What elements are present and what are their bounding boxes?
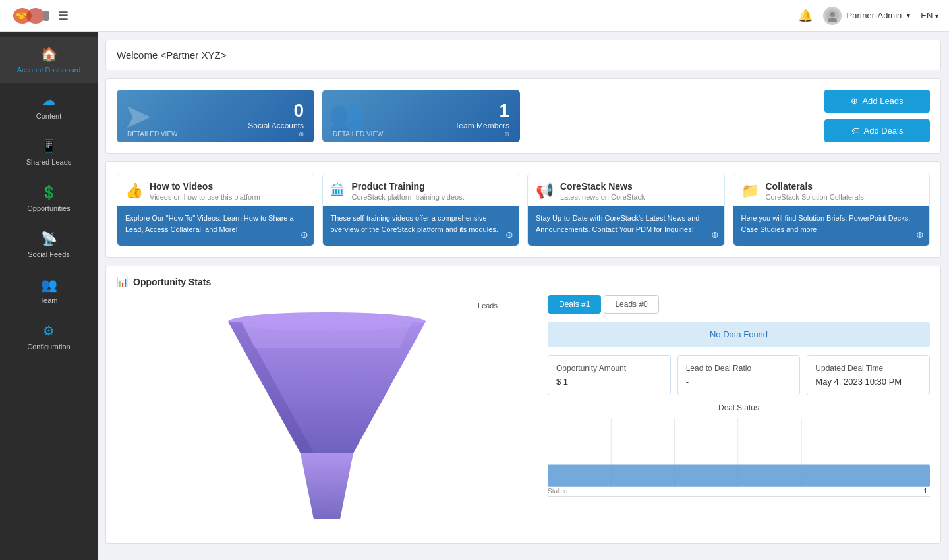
deal-status-title: Deal Status — [548, 403, 930, 412]
stalled-axis-label: Stalled — [548, 488, 568, 495]
grid-lines — [548, 418, 930, 496]
social-accounts-detailed-view: DETAILED VIEW — [127, 130, 178, 138]
sidebar-item-account-dashboard[interactable]: 🏠 Account Dashboard — [0, 37, 98, 83]
stats-row: ➤ 0 Social Accounts DETAILED VIEW ⊕ 👥 1 … — [105, 78, 941, 154]
home-icon: 🏠 — [41, 46, 57, 62]
pillar-icon: 🏛 — [331, 182, 345, 200]
add-leads-label: Add Leads — [862, 96, 903, 106]
product-training-body: These self-training videos offer a compr… — [323, 206, 519, 246]
team-members-footer: DETAILED VIEW ⊕ — [333, 130, 509, 138]
svg-rect-3 — [43, 11, 49, 21]
sidebar-label-social-feeds: Social Feeds — [28, 250, 70, 258]
collaterals-card[interactable]: 📁 Collaterals CoreStack Solution Collate… — [733, 173, 931, 246]
product-training-title: Product Training — [352, 181, 465, 192]
user-name-label: Partner-Admin — [847, 11, 902, 20]
main-content: Welcome <Partner XYZ> ➤ 0 Social Account… — [98, 32, 949, 560]
product-training-card[interactable]: 🏛 Product Training CoreStack platform tr… — [322, 173, 520, 246]
opportunity-amount-value: $ 1 — [556, 377, 662, 387]
how-to-videos-body: Explore Our "How To" Videos: Learn How t… — [117, 206, 314, 246]
opportunity-content: Leads — [117, 295, 930, 532]
corestack-news-subtitle: Latest news on CoreStack — [560, 193, 645, 201]
svg-text:🤝: 🤝 — [16, 11, 28, 22]
lead-deal-ratio-value: - — [686, 377, 792, 387]
updated-deal-time-card: Updated Deal Time May 4, 2023 10:30 PM — [807, 355, 930, 395]
opportunity-amount-label: Opportunity Amount — [556, 364, 662, 373]
sidebar-item-social-feeds[interactable]: 📡 Social Feeds — [0, 221, 98, 267]
lead-deal-ratio-label: Lead to Deal Ratio — [686, 364, 792, 373]
sidebar-label-account-dashboard: Account Dashboard — [17, 66, 81, 74]
sidebar-item-opportunities[interactable]: 💲 Opportunities — [0, 175, 98, 221]
notification-bell-icon[interactable]: 🔔 — [798, 9, 813, 23]
updated-deal-time-value: May 4, 2023 10:30 PM — [815, 377, 921, 387]
language-selector[interactable]: EN ▾ — [921, 11, 938, 20]
corestack-news-title: CoreStack News — [560, 181, 645, 192]
product-training-link-icon[interactable]: ⊕ — [505, 228, 513, 242]
collaterals-link-icon[interactable]: ⊕ — [916, 228, 924, 242]
social-accounts-label: Social Accounts — [127, 121, 304, 130]
stats-right: Deals #1 Leads #0 No Data Found Opportun — [548, 295, 930, 532]
team-members-detailed-view: DETAILED VIEW — [333, 130, 384, 138]
team-members-card[interactable]: 👥 1 Team Members DETAILED VIEW ⊕ — [322, 90, 520, 142]
bar-chart-icon: 📊 — [117, 277, 128, 287]
tab-leads[interactable]: Leads #0 — [604, 295, 658, 314]
hamburger-menu[interactable]: ☰ — [58, 9, 69, 23]
welcome-bar: Welcome <Partner XYZ> — [105, 40, 941, 70]
svg-point-1 — [26, 8, 45, 24]
sidebar-label-team: Team — [40, 296, 58, 304]
svg-rect-13 — [548, 464, 930, 486]
nav-right: 🔔 Partner-Admin ▾ EN ▾ — [798, 7, 939, 25]
sidebar-label-configuration: Configuration — [27, 343, 70, 350]
content-cards-row: 👍 How to Videos Videos on how to use thi… — [105, 161, 941, 258]
sidebar-item-configuration[interactable]: ⚙ Configuration — [0, 314, 98, 360]
action-buttons: ⊕ Add Leads 🏷 Add Deals — [824, 90, 930, 142]
how-to-videos-card[interactable]: 👍 How to Videos Videos on how to use thi… — [117, 173, 314, 246]
folder-icon: 📁 — [741, 182, 759, 200]
add-leads-icon: ⊕ — [851, 96, 858, 106]
nav-left: 🤝 ☰ — [11, 5, 69, 26]
tab-deals[interactable]: Deals #1 — [548, 295, 601, 314]
phone-icon: 📱 — [41, 138, 57, 154]
lead-deal-ratio-card: Lead to Deal Ratio - — [677, 355, 801, 395]
sidebar-item-shared-leads[interactable]: 📱 Shared Leads — [0, 129, 98, 175]
how-to-videos-subtitle: Videos on how to use this platform — [150, 193, 260, 201]
logo: 🤝 — [11, 5, 50, 26]
social-accounts-footer: DETAILED VIEW ⊕ — [127, 130, 304, 138]
tabs-row: Deals #1 Leads #0 — [548, 295, 930, 314]
product-training-subtitle: CoreStack platform training videos. — [352, 193, 465, 201]
add-deals-button[interactable]: 🏷 Add Deals — [824, 119, 930, 142]
sidebar-label-content: Content — [36, 112, 62, 120]
corestack-news-card[interactable]: 📢 CoreStack News Latest news on CoreStac… — [527, 173, 725, 246]
team-members-plus-icon: ⊕ — [504, 130, 509, 138]
main-layout: 🏠 Account Dashboard ☁ Content 📱 Shared L… — [0, 32, 949, 560]
collaterals-body: Here you will find Solution Briefs, Powe… — [733, 206, 930, 246]
corestack-news-link-icon[interactable]: ⊕ — [711, 228, 719, 242]
user-menu[interactable]: Partner-Admin ▾ — [823, 7, 911, 25]
gear-icon: ⚙ — [43, 323, 55, 339]
top-nav: 🤝 ☰ 🔔 Partner-Admin ▾ EN ▾ — [0, 0, 949, 32]
no-data-banner: No Data Found — [548, 322, 930, 347]
sidebar: 🏠 Account Dashboard ☁ Content 📱 Shared L… — [0, 32, 98, 560]
funnel-svg — [215, 308, 439, 519]
team-icon: 👥 — [41, 277, 57, 293]
thumbs-up-icon: 👍 — [125, 182, 143, 200]
social-accounts-card[interactable]: ➤ 0 Social Accounts DETAILED VIEW ⊕ — [117, 90, 314, 142]
collaterals-header: 📁 Collaterals CoreStack Solution Collate… — [733, 173, 930, 206]
team-members-label: Team Members — [333, 121, 509, 130]
funnel-chart: Leads — [117, 295, 537, 532]
social-accounts-number: 0 — [127, 100, 304, 121]
sidebar-item-team[interactable]: 👥 Team — [0, 267, 98, 314]
corestack-news-header: 📢 CoreStack News Latest news on CoreStac… — [528, 173, 724, 206]
opportunity-stats-title: 📊 Opportunity Stats — [117, 277, 930, 287]
how-to-videos-link-icon[interactable]: ⊕ — [301, 228, 308, 242]
avatar — [823, 7, 842, 25]
funnel-label: Leads — [478, 302, 498, 310]
add-leads-button[interactable]: ⊕ Add Leads — [824, 90, 930, 113]
sidebar-item-content[interactable]: ☁ Content — [0, 83, 98, 129]
sidebar-label-opportunities: Opportunities — [27, 204, 70, 212]
collaterals-title: Collaterals — [766, 181, 864, 192]
product-training-header: 🏛 Product Training CoreStack platform tr… — [323, 173, 519, 206]
stalled-bar-value: 1 — [923, 488, 927, 495]
opportunity-stats-section: 📊 Opportunity Stats Leads — [105, 266, 941, 544]
svg-point-5 — [830, 12, 835, 17]
cloud-icon: ☁ — [42, 92, 55, 108]
